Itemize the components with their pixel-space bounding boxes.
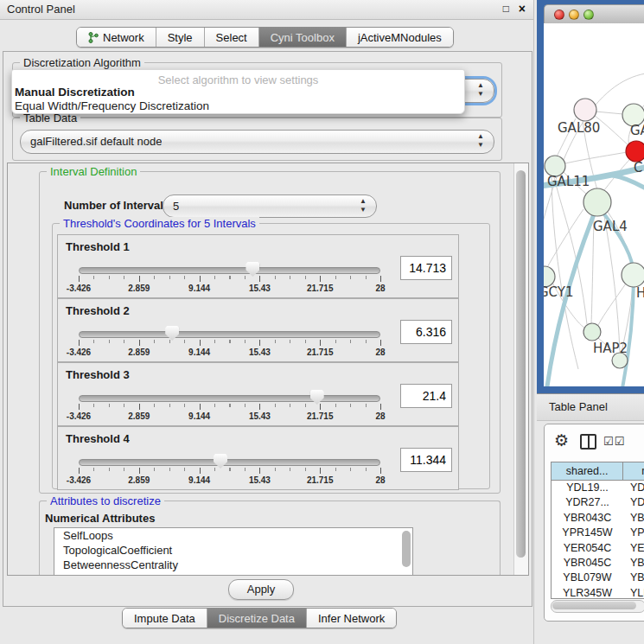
tab-select[interactable]: Select <box>204 28 258 47</box>
slider-tick-labels: -3.426 2.859 9.144 21.715 15.43 28 <box>79 475 380 486</box>
table-row[interactable]: YBR045CYBR0 <box>552 556 644 571</box>
slider-tick-labels: -3.426 2.859 9.144 15.43 21.715 28 <box>79 284 380 294</box>
tab-impute-data[interactable]: Impute Data <box>123 609 207 628</box>
tab-discretize-data[interactable]: Discretize Data <box>207 609 306 628</box>
threshold-4-label: Threshold 4 <box>66 432 130 445</box>
settings-vertical-scrollbar[interactable] <box>513 163 528 575</box>
slider-track[interactable] <box>79 395 380 402</box>
threshold-1-value-input[interactable] <box>400 256 452 280</box>
tab-cyni-toolbox-label: Cyni Toolbox <box>271 31 335 44</box>
control-panel-titlebar[interactable]: Control Panel □ × <box>0 0 533 20</box>
slider-thumb[interactable] <box>165 326 179 341</box>
table-toolbar: ⚙ ☑☑ <box>545 424 644 459</box>
list-scrollbar-thumb[interactable] <box>402 531 411 567</box>
slider-thumb[interactable] <box>245 262 259 277</box>
node-red[interactable] <box>626 141 644 162</box>
tab-select-label: Select <box>216 31 247 44</box>
slider-track[interactable] <box>79 459 380 466</box>
table-data-group: Table Data galFiltered.sif default node … <box>12 118 502 161</box>
zoom-traffic-light-icon[interactable] <box>583 10 594 20</box>
tab-network-label: Network <box>103 31 144 44</box>
threshold-row-3: Threshold 3 -3.426 2.859 9.144 15.43 <box>57 362 459 426</box>
slider-thumb[interactable] <box>310 390 324 405</box>
tab-style[interactable]: Style <box>156 28 204 47</box>
list-item[interactable]: SelfLoops <box>54 528 412 543</box>
tab-network[interactable]: Network <box>77 28 156 47</box>
table-data-combobox-value: galFiltered.sif default node <box>30 135 162 148</box>
tab-discretize-data-label: Discretize Data <box>219 612 295 625</box>
slider-major-ticks <box>79 340 381 346</box>
node-label-partial-top: GA <box>630 123 644 138</box>
threshold-4-slider[interactable]: -3.426 2.859 9.144 21.715 15.43 28 <box>79 453 380 488</box>
node-label-gal11: GAL11 <box>547 174 590 189</box>
table-panel: ⚙ ☑☑ shared... na YDL19...YDL1 YDR27...Y… <box>544 424 644 622</box>
network-view-canvas[interactable]: GAL80 GA C GAL11 GAL4 GCY1 H HAP2 <box>544 23 644 386</box>
minimize-traffic-light-icon[interactable] <box>569 10 579 20</box>
threshold-2-label: Threshold 2 <box>66 304 130 317</box>
table-row[interactable]: YER054CYER0 <box>552 541 644 556</box>
list-item[interactable]: TopologicalCoefficient <box>54 543 412 558</box>
algorithm-dropdown-popup: Select algorithm to view settings Manual… <box>11 69 465 114</box>
number-of-intervals-value: 5 <box>173 200 179 213</box>
number-of-intervals-combobox[interactable]: 5 ▲▼ <box>163 194 377 218</box>
tab-style-label: Style <box>168 31 193 44</box>
table-row[interactable]: YBL079WYBL0 <box>552 571 644 585</box>
threshold-1-slider[interactable]: -3.426 2.859 9.144 15.43 21.715 28 <box>79 261 380 296</box>
table-row[interactable]: YDR27...YDR2 <box>552 495 644 510</box>
tab-cyni-toolbox[interactable]: Cyni Toolbox <box>258 28 346 47</box>
control-panel-window: Control Panel □ × Network Style Select <box>0 0 534 644</box>
split-columns-icon[interactable] <box>580 434 596 450</box>
table-row[interactable]: YBR043CYBR0 <box>552 511 644 526</box>
network-graph: GAL80 GA C GAL11 GAL4 GCY1 H HAP2 <box>544 23 644 386</box>
algorithm-option-manual[interactable]: Manual Discretization <box>15 86 135 99</box>
slider-track[interactable] <box>79 267 380 274</box>
slider-major-ticks <box>79 468 381 474</box>
numerical-attributes-list[interactable]: SelfLoops TopologicalCoefficient Between… <box>54 527 413 576</box>
slider-tick-labels: -3.426 2.859 9.144 15.43 21.715 28 <box>79 348 380 358</box>
node-label-gal80: GAL80 <box>558 120 600 136</box>
threshold-row-2: Threshold 2 -3.426 2.859 9.144 15.43 <box>57 298 459 362</box>
node-label-h: H <box>636 285 644 301</box>
column-header-name[interactable]: na <box>623 462 644 480</box>
float-window-icon[interactable]: □ <box>503 3 509 15</box>
discretization-algorithm-group-title: Discretization Algorithm <box>20 56 144 69</box>
node-h[interactable] <box>622 263 644 287</box>
window-title: Control Panel <box>7 3 75 16</box>
slider-thumb[interactable] <box>214 454 227 469</box>
threshold-3-value-input[interactable] <box>400 384 452 408</box>
threshold-row-4: Threshold 4 -3.426 2.859 9.144 21.715 <box>57 426 459 490</box>
table-row[interactable]: YDL19...YDL1 <box>552 481 644 495</box>
table-data-combobox[interactable]: galFiltered.sif default node ▲▼ <box>20 130 494 154</box>
node-table: shared... na YDL19...YDL1 YDR27...YDR2 Y… <box>551 462 644 599</box>
node-gal80[interactable] <box>574 99 596 121</box>
table-header-row: shared... na <box>552 462 644 481</box>
threshold-3-slider[interactable]: -3.426 2.859 9.144 15.43 21.715 28 <box>79 389 380 424</box>
settings-scrollbar-thumb[interactable] <box>516 170 526 558</box>
table-row[interactable]: YLR345WYLR3 <box>552 586 644 599</box>
node-hap2[interactable] <box>583 323 601 341</box>
slider-track[interactable] <box>79 331 380 338</box>
column-header-shared-name[interactable]: shared... <box>552 462 623 480</box>
tab-jactivemnodules[interactable]: jActiveMNodules <box>346 28 453 47</box>
close-window-icon[interactable]: × <box>519 2 526 16</box>
gear-icon[interactable]: ⚙ <box>554 430 569 450</box>
close-traffic-light-icon[interactable] <box>554 10 564 20</box>
table-horizontal-scrollbar[interactable] <box>551 600 644 613</box>
select-columns-checkboxes-icon[interactable]: ☑☑ <box>603 435 625 448</box>
combo-arrows-icon: ▲▼ <box>358 197 368 214</box>
list-item[interactable]: BetweennessCentrality <box>54 558 412 572</box>
numerical-attributes-label: Numerical Attributes <box>45 512 155 525</box>
algorithm-option-equal-width[interactable]: Equal Width/Frequency Discretization <box>15 99 209 112</box>
table-row[interactable]: YPR145WYPR1 <box>552 526 644 540</box>
threshold-2-slider[interactable]: -3.426 2.859 9.144 15.43 21.715 28 <box>79 325 380 360</box>
network-window-titlebar[interactable] <box>544 4 644 25</box>
threshold-2-value-input[interactable] <box>400 320 452 344</box>
apply-button[interactable]: Apply <box>228 579 294 600</box>
thresholds-group: Threshold's Coordinates for 5 Intervals … <box>52 223 490 489</box>
node-gal4[interactable] <box>583 188 611 216</box>
number-of-intervals-label: Number of Intervals <box>64 199 169 212</box>
threshold-4-value-input[interactable] <box>400 448 452 472</box>
slider-major-ticks <box>79 404 381 410</box>
tab-infer-network[interactable]: Infer Network <box>306 609 396 628</box>
table-hscrollbar-thumb[interactable] <box>552 602 636 609</box>
